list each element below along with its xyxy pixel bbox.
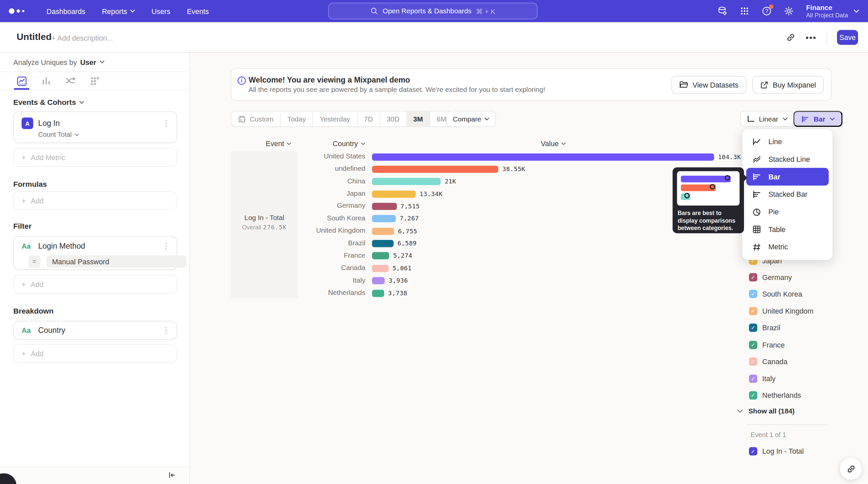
preview-ring xyxy=(725,175,730,181)
share-link-icon[interactable] xyxy=(786,33,796,42)
mixpanel-logo-icon[interactable] xyxy=(9,8,31,14)
view-datasets-button[interactable]: View Datasets xyxy=(672,76,746,93)
legend-item-brazil[interactable]: ✓Brazil xyxy=(749,322,780,333)
kebab-menu-icon[interactable]: ⋮ xyxy=(162,119,170,127)
aggregation-dropdown[interactable]: Count Total xyxy=(38,131,79,139)
range-yesterday[interactable]: Yesterday xyxy=(313,112,357,126)
legend-checkbox[interactable]: ✓ xyxy=(749,323,757,332)
chart-type-button[interactable]: Bar xyxy=(793,111,842,127)
filter-property-name[interactable]: Login Method xyxy=(38,242,85,251)
compare-button[interactable]: Compare xyxy=(446,111,497,127)
add-formula-button[interactable]: +Add xyxy=(13,191,177,210)
nav-item-dashboards[interactable]: Dashboards xyxy=(46,7,86,15)
tab-funnels[interactable] xyxy=(38,72,54,89)
show-all-toggle[interactable]: Show all (184) xyxy=(751,407,795,415)
legend-checkbox[interactable]: ✓ xyxy=(749,341,757,349)
column-header-event[interactable]: Event xyxy=(266,140,291,148)
add-description-field[interactable]: + Add description... xyxy=(52,34,113,42)
buy-mixpanel-label: Buy Mixpanel xyxy=(773,81,816,89)
share-floating-button[interactable] xyxy=(840,458,862,480)
data-management-icon[interactable] xyxy=(718,6,727,16)
legend-item-germany[interactable]: ✓Germany xyxy=(749,272,792,283)
nav-item-reports[interactable]: Reports xyxy=(102,7,135,15)
tab-insights[interactable] xyxy=(13,72,30,89)
legend-item-italy[interactable]: ✓Italy xyxy=(749,373,776,384)
range-custom[interactable]: Custom xyxy=(231,112,281,126)
menu-item-metric[interactable]: Metric xyxy=(746,238,829,256)
add-breakdown-button[interactable]: +Add xyxy=(13,344,177,363)
bar-undefined[interactable] xyxy=(372,166,498,173)
menu-item-pie[interactable]: Pie xyxy=(746,203,829,221)
legend-checkbox[interactable]: ✓ xyxy=(749,307,757,315)
menu-item-line[interactable]: Line xyxy=(746,133,829,150)
range-today[interactable]: Today xyxy=(281,112,313,126)
filter-card-login-method[interactable]: Aa Login Method ⋮ = Manual Password xyxy=(13,236,177,270)
linear-label: Linear xyxy=(759,115,778,122)
settings-gear-icon[interactable] xyxy=(784,6,794,16)
legend-checkbox[interactable]: ✓ xyxy=(749,391,757,399)
legend-item-south-korea[interactable]: ✓South Korea xyxy=(749,289,802,300)
analyze-label: Analyze Uniques by xyxy=(13,58,77,66)
bar-canada[interactable] xyxy=(372,265,389,272)
range-30d[interactable]: 30D xyxy=(380,112,407,126)
tab-flows[interactable] xyxy=(62,72,79,89)
bar-italy[interactable] xyxy=(372,277,385,285)
legend-item-canada[interactable]: ✓Canada xyxy=(749,356,787,367)
legend-item-france[interactable]: ✓France xyxy=(749,339,784,350)
filter-operator-chip[interactable]: = xyxy=(28,255,40,267)
series-checkbox[interactable]: ✓ xyxy=(749,447,757,455)
metric-card-log-in[interactable]: A Log In ⋮ Count Total xyxy=(13,112,177,143)
save-button[interactable]: Save xyxy=(837,30,858,45)
range-3m[interactable]: 3M xyxy=(407,112,430,126)
string-property-icon: Aa xyxy=(22,242,31,250)
menu-item-bar[interactable]: Bar xyxy=(746,168,829,186)
apps-grid-icon[interactable] xyxy=(740,6,750,16)
breakdown-property-name[interactable]: Country xyxy=(38,326,65,335)
legend-series-log-in-total[interactable]: ✓ Log In - Total xyxy=(749,446,804,456)
tab-retention[interactable] xyxy=(87,72,103,89)
bar-france[interactable] xyxy=(372,252,390,260)
bar-brazil[interactable] xyxy=(372,240,394,247)
collapse-sidebar-icon[interactable] xyxy=(167,471,176,479)
legend-checkbox[interactable]: ✓ xyxy=(749,290,757,298)
bar-germany[interactable] xyxy=(372,203,397,210)
help-icon[interactable]: ? xyxy=(762,6,772,16)
menu-item-stacked-line[interactable]: Stacked Line xyxy=(746,150,829,168)
bar-japan[interactable] xyxy=(372,191,416,198)
report-title[interactable]: Untitled xyxy=(17,32,52,42)
linear-scale-button[interactable]: Linear xyxy=(740,111,794,127)
legend-checkbox[interactable]: ✓ xyxy=(749,273,757,281)
metric-event-name[interactable]: Log In xyxy=(38,118,60,127)
analyze-value-dropdown[interactable]: User xyxy=(80,58,96,66)
add-metric-button[interactable]: +Add Metric xyxy=(13,148,177,167)
bar-united-states[interactable] xyxy=(372,153,714,161)
range-7d[interactable]: 7D xyxy=(358,112,380,126)
menu-item-table[interactable]: Table xyxy=(746,221,829,238)
add-filter-button[interactable]: +Add xyxy=(13,275,177,294)
column-header-country[interactable]: Country xyxy=(333,140,365,148)
more-options-icon[interactable]: ••• xyxy=(805,35,816,40)
events-cohorts-section-label[interactable]: Events & Cohorts xyxy=(13,98,85,107)
filter-value-field[interactable]: Manual Password xyxy=(46,255,187,267)
bar-united-kingdom[interactable] xyxy=(372,228,395,235)
legend-item-united-kingdom[interactable]: ✓United Kingdom xyxy=(749,306,813,317)
kebab-menu-icon[interactable]: ⋮ xyxy=(162,326,170,334)
title-bar-actions: ••• Save xyxy=(786,30,858,45)
legend-checkbox[interactable]: ✓ xyxy=(749,374,757,382)
bar-china[interactable] xyxy=(372,178,441,186)
column-header-value[interactable]: Value xyxy=(541,140,566,148)
project-switcher[interactable]: Finance All Project Data xyxy=(806,4,859,19)
report-title-bar: Untitled + Add description... ••• Save xyxy=(0,22,868,53)
kebab-menu-icon[interactable]: ⋮ xyxy=(162,242,170,250)
global-search-input[interactable]: Open Reports & Dashboards ⌘ + K xyxy=(328,3,537,19)
legend-checkbox[interactable]: ✓ xyxy=(749,358,757,366)
legend-item-netherlands[interactable]: ✓Netherlands xyxy=(749,390,801,401)
buy-mixpanel-button[interactable]: Buy Mixpanel xyxy=(752,76,824,93)
bar-netherlands[interactable] xyxy=(372,290,384,297)
bar-value-label: 5,274 xyxy=(393,252,412,260)
nav-item-events[interactable]: Events xyxy=(187,7,209,15)
nav-item-users[interactable]: Users xyxy=(151,7,170,15)
menu-item-stacked-bar[interactable]: Stacked Bar xyxy=(746,186,829,203)
breakdown-card-country[interactable]: Aa Country ⋮ xyxy=(13,321,177,340)
bar-south-korea[interactable] xyxy=(372,215,396,222)
